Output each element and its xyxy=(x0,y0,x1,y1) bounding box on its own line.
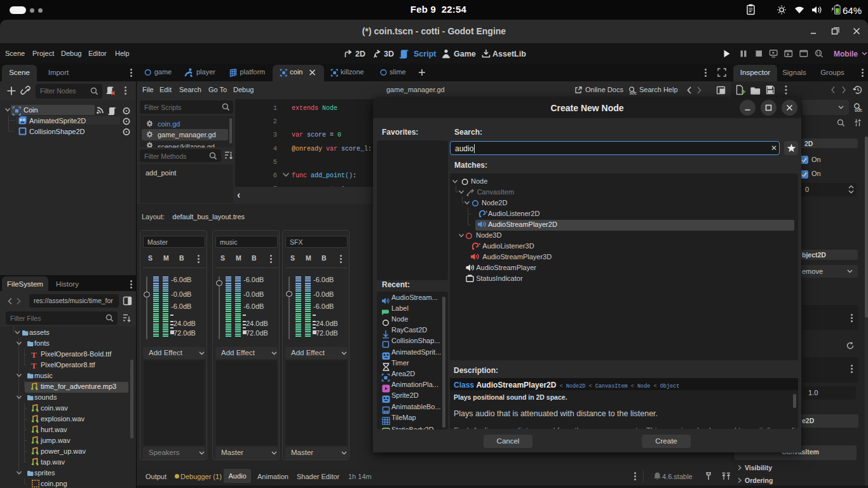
svg-text:T: T xyxy=(31,350,37,360)
svg-text:DOC: DOC xyxy=(630,92,637,95)
svg-text:DOC: DOC xyxy=(855,109,862,112)
svg-text:T: T xyxy=(31,361,37,370)
